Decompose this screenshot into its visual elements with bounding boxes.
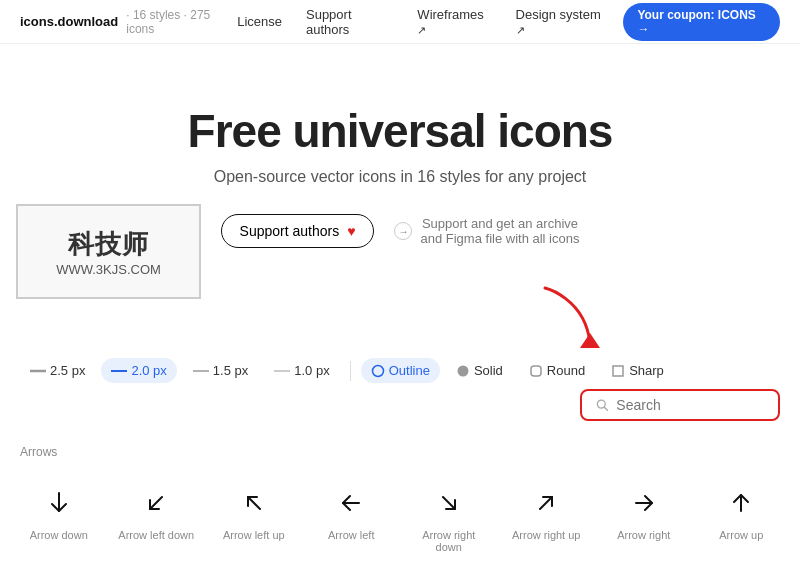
svg-line-10 bbox=[604, 407, 607, 410]
list-item: Arrow left down bbox=[108, 469, 206, 563]
header: icons.download · 16 styles · 275 icons L… bbox=[0, 0, 800, 44]
arrow-left-up-label: Arrow left up bbox=[223, 529, 285, 541]
list-item: Circle arrow left down bbox=[108, 563, 206, 583]
support-description: → Support and get an archive and Figma f… bbox=[394, 216, 579, 246]
support-desc-line1: Support and get an archive bbox=[420, 216, 579, 231]
circle-arrow-down-icon[interactable] bbox=[41, 579, 77, 583]
list-item: Arrow right down bbox=[400, 469, 498, 563]
circle-arrow-right-up-icon[interactable] bbox=[528, 579, 564, 583]
style-round-label: Round bbox=[547, 363, 585, 378]
arrow-left-down-icon[interactable] bbox=[138, 485, 174, 521]
arrow-right-down-icon[interactable] bbox=[431, 485, 467, 521]
nav-design-system[interactable]: Design system bbox=[516, 7, 608, 37]
watermark-text-top: 科技师 bbox=[68, 227, 149, 262]
arrow-up-label: Arrow up bbox=[719, 529, 763, 541]
filter-bar: 2.5 px 2.0 px 1.5 px 1.0 px Outline Soli… bbox=[0, 358, 800, 421]
nav-wireframes[interactable]: Wireframes bbox=[417, 7, 491, 37]
watermark-text-bottom: WWW.3KJS.COM bbox=[56, 262, 161, 277]
arrow-down-icon[interactable] bbox=[41, 485, 77, 521]
arrow-left-icon[interactable] bbox=[333, 485, 369, 521]
arrow-right-down-label: Arrow right down bbox=[408, 529, 490, 553]
list-item: Circle arrow right down bbox=[400, 563, 498, 583]
list-item: Circle arrow right up bbox=[498, 563, 596, 583]
support-desc-line2: and Figma file with all icons bbox=[420, 231, 579, 246]
style-sharp-btn[interactable]: Sharp bbox=[601, 358, 674, 383]
arrow-left-down-label: Arrow left down bbox=[118, 529, 194, 541]
circle-arrow-left-up-icon[interactable] bbox=[236, 579, 272, 583]
list-item: Circle arrow right bbox=[595, 563, 693, 583]
logo[interactable]: icons.download bbox=[20, 14, 118, 29]
style-solid-label: Solid bbox=[474, 363, 503, 378]
search-box[interactable] bbox=[580, 389, 780, 421]
list-item: Arrow up bbox=[693, 469, 791, 563]
arrow-right-icon[interactable] bbox=[626, 485, 662, 521]
body-wrap: 科技师 WWW.3KJS.COM Free universal icons Op… bbox=[0, 44, 800, 583]
circle-arrow-left-down-icon[interactable] bbox=[138, 579, 174, 583]
divider-1 bbox=[350, 361, 351, 381]
style-outline-label: Outline bbox=[389, 363, 430, 378]
style-sharp-label: Sharp bbox=[629, 363, 664, 378]
support-btn-label: Support authors bbox=[240, 223, 340, 239]
stroke-2-0-btn[interactable]: 2.0 px bbox=[101, 358, 176, 383]
support-desc-text: Support and get an archive and Figma fil… bbox=[420, 216, 579, 246]
hero-subtitle: Open-source vector icons in 16 styles fo… bbox=[20, 168, 780, 186]
coupon-badge[interactable]: Your coupon: ICONS → bbox=[623, 3, 780, 41]
circle-arrow-left-icon[interactable] bbox=[333, 579, 369, 583]
hero-title: Free universal icons bbox=[20, 104, 780, 158]
heart-icon: ♥ bbox=[347, 223, 355, 239]
stroke-1-0-btn[interactable]: 1.0 px bbox=[264, 358, 339, 383]
list-item: Circle arrow down bbox=[10, 563, 108, 583]
svg-line-16 bbox=[540, 497, 552, 509]
style-round-btn[interactable]: Round bbox=[519, 358, 595, 383]
list-item: Circle arrow left bbox=[303, 563, 401, 583]
circle-arrow-icon: → bbox=[394, 222, 412, 240]
header-meta: · 16 styles · 275 icons bbox=[126, 8, 237, 36]
red-arrow-icon bbox=[535, 278, 605, 358]
section-arrows-label: Arrows bbox=[0, 441, 800, 469]
svg-line-13 bbox=[248, 497, 260, 509]
search-icon bbox=[596, 398, 608, 412]
style-outline-btn[interactable]: Outline bbox=[361, 358, 440, 383]
svg-line-15 bbox=[443, 497, 455, 509]
nav-support[interactable]: Support authors bbox=[306, 7, 393, 37]
svg-line-12 bbox=[150, 497, 162, 509]
svg-point-5 bbox=[372, 365, 383, 376]
list-item: Circle arrow left up bbox=[205, 563, 303, 583]
arrow-right-up-label: Arrow right up bbox=[512, 529, 580, 541]
stroke-2-0-label: 2.0 px bbox=[131, 363, 166, 378]
arrow-right-label: Arrow right bbox=[617, 529, 670, 541]
arrow-up-icon[interactable] bbox=[723, 485, 759, 521]
style-solid-btn[interactable]: Solid bbox=[446, 358, 513, 383]
list-item: Arrow right up bbox=[498, 469, 596, 563]
search-input[interactable] bbox=[616, 397, 764, 413]
list-item: Arrow down bbox=[10, 469, 108, 563]
stroke-2-5-label: 2.5 px bbox=[50, 363, 85, 378]
arrow-right-up-icon[interactable] bbox=[528, 485, 564, 521]
arrows-row1: Arrow down Arrow left down Arrow left up bbox=[0, 469, 800, 563]
svg-marker-0 bbox=[580, 333, 600, 348]
red-arrow-container bbox=[0, 278, 800, 358]
svg-rect-8 bbox=[613, 366, 623, 376]
stroke-1-5-label: 1.5 px bbox=[213, 363, 248, 378]
circle-arrow-right-icon[interactable] bbox=[626, 579, 662, 583]
list-item: Arrow left bbox=[303, 469, 401, 563]
nav-license[interactable]: License bbox=[237, 14, 282, 29]
stroke-1-5-btn[interactable]: 1.5 px bbox=[183, 358, 258, 383]
list-item: Arrow right bbox=[595, 469, 693, 563]
arrow-left-label: Arrow left bbox=[328, 529, 374, 541]
stroke-1-0-label: 1.0 px bbox=[294, 363, 329, 378]
arrow-down-label: Arrow down bbox=[30, 529, 88, 541]
circle-arrow-up-icon[interactable] bbox=[723, 579, 759, 583]
circle-arrow-right-down-icon[interactable] bbox=[431, 579, 467, 583]
circle-arrows-row2: Circle arrow down Circle arrow left down bbox=[0, 563, 800, 583]
svg-point-6 bbox=[457, 365, 468, 376]
header-nav: License Support authors Wireframes Desig… bbox=[237, 7, 607, 37]
stroke-2-5-btn[interactable]: 2.5 px bbox=[20, 358, 95, 383]
support-authors-button[interactable]: Support authors ♥ bbox=[221, 214, 375, 248]
svg-rect-7 bbox=[531, 366, 541, 376]
list-item: Arrow left up bbox=[205, 469, 303, 563]
arrow-left-up-icon[interactable] bbox=[236, 485, 272, 521]
list-item: Circle arrow up bbox=[693, 563, 791, 583]
